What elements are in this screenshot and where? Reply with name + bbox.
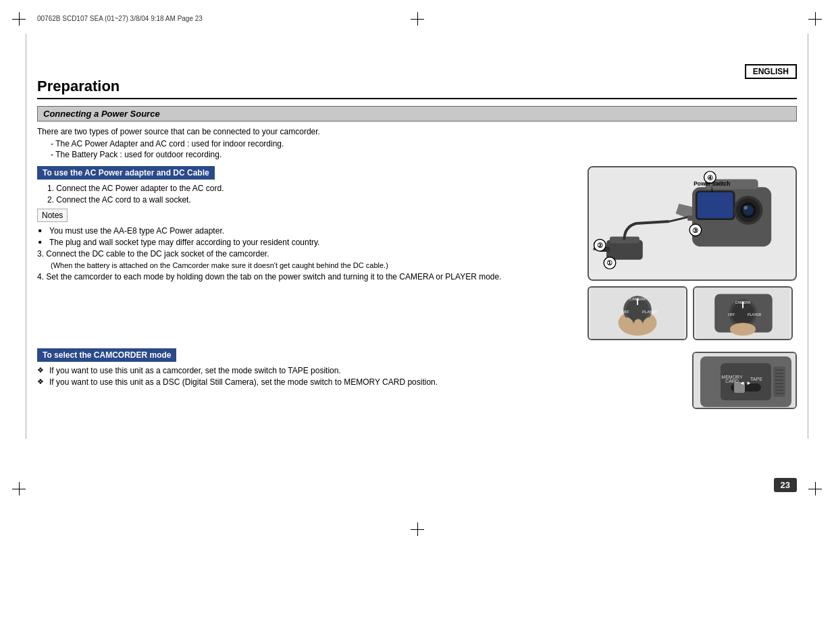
- svg-text:◄ ►: ◄ ►: [739, 380, 752, 386]
- svg-point-17: [744, 206, 748, 210]
- dial-svg-2: CAMERA OFF PLAYER: [694, 288, 791, 339]
- section-header-connecting: Connecting a Power Source: [37, 106, 797, 122]
- intro-text: There are two types of power source that…: [37, 127, 797, 136]
- step-3-note: (When the battery is attached on the Cam…: [51, 261, 577, 269]
- small-illustration-2: CAMERA OFF PLAYER: [693, 286, 793, 340]
- svg-text:PLAYER: PLAYER: [748, 313, 761, 317]
- svg-text:Power Switch: Power Switch: [694, 180, 730, 187]
- file-info: 00762B SCD107 SEA (01~27) 3/8/04 9:18 AM…: [37, 15, 203, 22]
- bottom-illustrations: CAMERA OFF PLAYER: [588, 286, 797, 340]
- bullet-battery: The Battery Pack : used for outdoor reco…: [51, 150, 797, 159]
- svg-text:PLAYER: PLAYER: [642, 310, 657, 314]
- camcorder-svg: ① ②: [589, 167, 796, 279]
- main-content: Preparation Connecting a Power Source Th…: [37, 78, 797, 495]
- page-container: 00762B SCD107 SEA (01~27) 3/8/04 9:18 AM…: [0, 0, 834, 644]
- page-title: Preparation: [37, 78, 797, 99]
- step-3: 3. Connect the DC cable to the DC jack s…: [37, 249, 577, 259]
- camcorder-mode-section: To select the CAMCORDER mode If you want…: [37, 348, 797, 409]
- note-2: The plug and wall socket type may differ…: [37, 238, 577, 247]
- step-4: 4. Set the camcorder to each mode by hol…: [37, 272, 577, 281]
- step-1: 1. Connect the AC Power adapter to the A…: [47, 184, 577, 193]
- svg-rect-21: [687, 215, 694, 221]
- main-illustration-box: ① ②: [588, 166, 797, 281]
- mode-switch-illustration: MEMORY CARD TAPE ◄ ►: [685, 348, 797, 409]
- mode-switch-box: MEMORY CARD TAPE ◄ ►: [692, 352, 797, 409]
- english-badge: ENGLISH: [745, 64, 797, 79]
- center-cross-bottom: [411, 522, 424, 536]
- center-cross-top: [411, 12, 424, 26]
- svg-text:OFF: OFF: [621, 310, 629, 314]
- page-number: 23: [774, 478, 797, 492]
- reg-mark-br: [808, 482, 822, 495]
- svg-text:③: ③: [692, 227, 698, 234]
- left-column: To use the AC Power adapter and DC Cable…: [37, 166, 577, 340]
- svg-rect-12: [698, 192, 733, 218]
- steps-list: 1. Connect the AC Power adapter to the A…: [47, 184, 577, 205]
- camcorder-mode-text: To select the CAMCORDER mode If you want…: [37, 348, 675, 389]
- right-column-illustrations: ① ②: [588, 166, 797, 340]
- svg-rect-55: [773, 367, 785, 397]
- step-2: 2. Connect the AC cord to a wall socket.: [47, 195, 577, 205]
- svg-text:TAPE: TAPE: [750, 377, 762, 381]
- subsection-header-ac: To use the AC Power adapter and DC Cable: [37, 166, 215, 180]
- note-1: You must use the AA-E8 type AC Power ada…: [37, 226, 577, 236]
- dial-svg-1: CAMERA OFF PLAYER: [589, 288, 686, 339]
- reg-mark-tr: [808, 12, 822, 26]
- two-column-layout: To use the AC Power adapter and DC Cable…: [37, 166, 797, 340]
- reg-mark-bl: [12, 482, 26, 495]
- camcorder-point-1: If you want to use this unit as a camcor…: [37, 366, 675, 375]
- svg-point-44: [730, 323, 756, 336]
- mode-switch-svg: MEMORY CARD TAPE ◄ ►: [694, 353, 797, 409]
- svg-text:②: ②: [597, 242, 603, 249]
- notes-label: Notes: [37, 209, 68, 222]
- right-margin-line: [808, 34, 808, 439]
- reg-mark-tl: [12, 12, 26, 26]
- camcorder-point-2: If you want to use this unit as a DSC (D…: [37, 377, 675, 387]
- svg-text:CARD: CARD: [725, 379, 739, 383]
- subsection-header-camcorder: To select the CAMCORDER mode: [37, 348, 176, 362]
- svg-text:①: ①: [606, 259, 613, 267]
- svg-text:OFF: OFF: [728, 313, 735, 317]
- small-illustration-1: CAMERA OFF PLAYER: [588, 286, 687, 340]
- bullet-ac: The AC Power Adapter and AC cord : used …: [51, 139, 797, 149]
- svg-point-35: [633, 319, 643, 336]
- left-margin-line: [26, 34, 26, 439]
